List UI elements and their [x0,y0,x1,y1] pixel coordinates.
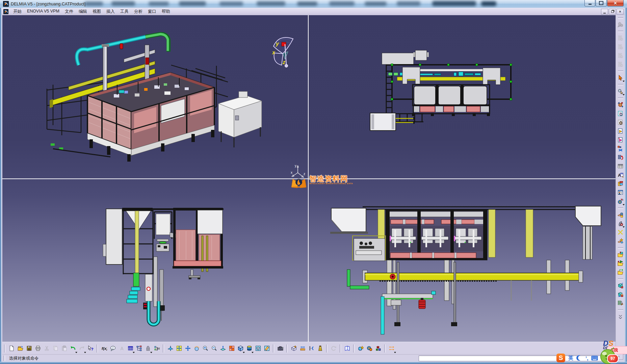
menu-analyze[interactable]: 分析 [131,9,145,15]
knowledge-template-button[interactable] [374,344,383,353]
dropdown-arrow-icon[interactable] [623,204,625,205]
open-button[interactable] [16,344,25,353]
close-button[interactable]: ✕ [607,0,624,6]
toolbar-drag-handle[interactable] [618,309,623,311]
compass-3d[interactable]: y x z [264,32,303,69]
quick-print-button[interactable] [289,344,298,353]
zoom-in-button[interactable] [201,344,210,353]
toolbar-drag-handle[interactable] [4,344,5,353]
redo-button[interactable] [77,344,86,353]
swap-visible-space-button[interactable] [262,344,271,353]
replace-component-button[interactable] [617,144,625,152]
minimize-button[interactable] [584,0,595,6]
existing-component-positioned-button[interactable] [617,136,625,144]
comment-button[interactable] [108,344,117,353]
catalog-item-3-button[interactable] [617,51,625,59]
structure-button[interactable] [135,344,143,353]
snap-button[interactable] [617,219,625,227]
manage-representations-button[interactable] [617,179,625,188]
explode-button[interactable] [617,228,625,236]
catalog-item-4-button[interactable] [617,60,625,68]
menu-file[interactable]: 文件 [62,9,76,15]
measure-between-button[interactable] [298,344,307,353]
toolbar-drag-handle[interactable] [618,207,623,209]
paste-button[interactable] [60,344,69,353]
dropdown-arrow-icon[interactable] [623,226,625,228]
toolbar-drag-handle[interactable] [286,344,288,353]
isometric-view[interactable] [2,15,308,178]
normal-view-button[interactable] [218,344,227,353]
new-part-button[interactable] [617,109,625,117]
multi-view-button[interactable] [227,344,236,353]
print-button[interactable] [33,344,42,353]
save-management-1-button[interactable] [617,250,625,258]
part-design-button[interactable] [617,101,625,109]
save-management-2-button[interactable] [617,259,625,267]
rotate-button[interactable] [192,344,201,353]
mdi-close-button[interactable]: × [617,9,624,15]
toolbar-drag-handle[interactable] [618,71,623,72]
toolbar-drag-handle[interactable] [326,344,328,353]
menu-help[interactable]: 帮助 [159,9,173,15]
maximize-button[interactable] [596,0,607,6]
constraint-1-button[interactable] [617,281,625,289]
measure-inertia-button[interactable] [316,344,324,353]
toolbar-drag-handle[interactable] [618,278,623,280]
text-button[interactable]: A [117,344,126,353]
settings-gears-button[interactable] [617,20,625,28]
toolbar-drag-handle[interactable] [618,97,623,99]
select-button[interactable] [617,74,625,82]
menu-start[interactable]: 开始 [10,9,24,15]
new-document-button[interactable] [7,344,16,353]
keyboard-icon[interactable] [591,356,598,361]
formula-button[interactable]: f(x) [100,344,108,353]
constraint-2-button[interactable] [617,290,625,298]
catalog-browser-button[interactable] [343,344,351,353]
undo-button[interactable] [69,344,77,353]
toolbar-drag-handle[interactable] [97,344,98,353]
menu-window[interactable]: 窗口 [145,9,159,15]
more-tools-indicator[interactable] [617,312,625,320]
viewport-area[interactable]: y x z y x z 智造资料网 [2,15,616,342]
coordinates-button[interactable]: xn [617,197,625,205]
graph-tree-reordering-button[interactable] [617,153,625,161]
equivalent-dimensions-button[interactable]: }= [152,344,161,353]
menu-tools[interactable]: 工具 [117,9,131,15]
measure-item-button[interactable] [307,344,316,353]
manipulation-button[interactable] [617,211,625,219]
dropdown-arrow-icon[interactable] [623,81,625,82]
toolbar-drag-handle[interactable] [618,247,623,249]
new-product-button[interactable] [617,118,625,126]
toolbar-drag-handle[interactable] [273,344,274,353]
toolbar-drag-handle[interactable] [618,17,623,19]
copy-button[interactable] [51,344,60,353]
lock-button[interactable] [143,344,152,353]
isometric-view-button[interactable] [236,344,245,353]
knowledge-expert-button[interactable] [356,344,365,353]
punctuation-toggle[interactable]: ’, [585,355,588,361]
menu-enovia[interactable]: ENOVIA V5 VPM [24,9,62,15]
pan-button[interactable] [183,344,192,353]
front-view[interactable] [309,179,616,342]
toolbar-drag-handle[interactable] [163,344,164,353]
sogou-lang-toggle[interactable]: 英 [568,355,573,361]
menu-insert[interactable]: 插入 [104,9,117,15]
toolbar-drag-handle[interactable] [618,84,623,85]
mdi-restore-button[interactable] [609,9,616,15]
toolbar-drag-handle[interactable] [340,344,341,353]
hide-show-button[interactable] [254,344,262,353]
dropdown-arrow-icon[interactable] [623,94,625,95]
top-view[interactable] [309,15,616,178]
side-view[interactable] [2,179,308,342]
sogou-s-icon[interactable]: S [556,354,565,362]
generate-numbering-button[interactable] [617,162,625,170]
menu-view[interactable]: 视图 [90,9,104,15]
toolbar-drag-handle[interactable] [353,344,355,353]
cut-button[interactable] [42,344,51,353]
process-library-button[interactable] [387,344,396,353]
mdi-minimize-button[interactable] [601,9,608,15]
save-button[interactable] [25,344,33,353]
knowledge-inspector-button[interactable] [365,344,374,353]
existing-component-button[interactable] [617,127,625,135]
zoom-out-button[interactable] [210,344,218,353]
